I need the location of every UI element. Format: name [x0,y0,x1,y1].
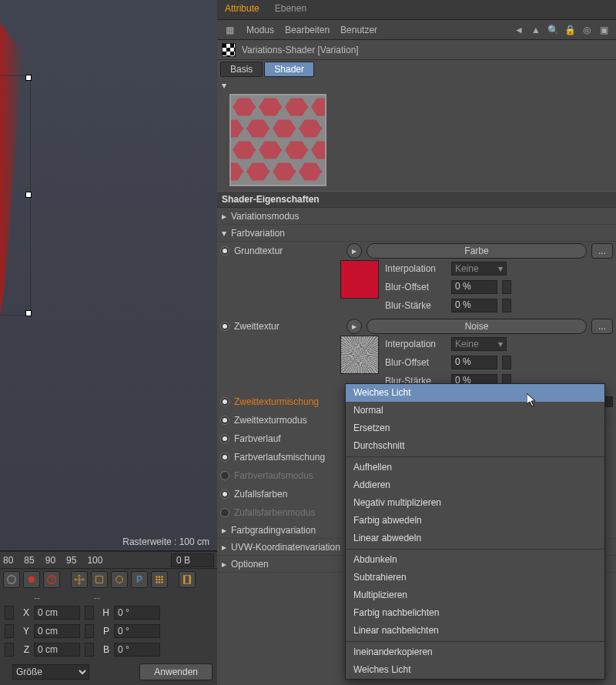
mode-radio[interactable] [220,416,229,425]
randommode-radio[interactable] [220,508,229,517]
dropdown-item[interactable]: Ineinanderkopieren [346,643,604,661]
zweittextur-value-button[interactable]: Noise [367,319,587,334]
subtab-basis[interactable]: Basis [220,62,263,77]
dropdown-item[interactable]: Farbig nachbelichten [346,604,604,622]
coord-p-label: P [99,626,109,637]
row-color-variation[interactable]: ▾Farbvariation [217,225,616,242]
coord-y-input[interactable] [34,624,80,638]
tab-attribute[interactable]: Attribute [217,0,267,19]
nav-new-icon[interactable]: ▣ [598,24,610,36]
grundtextur-more-button[interactable]: ... [591,243,613,259]
dropdown-item[interactable]: Abdunkeln [346,551,604,569]
coord-p-stepper[interactable] [85,624,94,638]
blend-mode-dropdown[interactable]: Weiches Licht Normal Ersetzen Durchschni… [345,383,605,680]
dropdown-item[interactable]: Aufhellen [346,459,604,476]
tool-globe-icon[interactable] [3,571,20,588]
mix-radio[interactable] [220,397,229,406]
coord-x-input[interactable] [34,606,80,620]
interp-label: Interpolation [385,263,447,274]
zweittextur-more-button[interactable]: ... [591,319,613,334]
subtab-shader[interactable]: Shader [264,62,314,77]
blurstr-spin[interactable] [502,299,511,312]
grundtextur-swatch[interactable] [340,260,379,299]
gradientmix-radio[interactable] [220,453,229,462]
dropdown-item[interactable]: Weiches Licht [346,661,604,679]
ruler-tick: 85 [24,555,34,566]
coord-x-stepper[interactable] [5,606,14,620]
blurstr-label: Blur-Stärke [385,300,447,311]
selection-handle[interactable] [26,311,31,316]
random-radio[interactable] [220,490,229,499]
menu-user[interactable]: Benutzer [340,25,377,35]
dropdown-item[interactable]: Addieren [346,476,604,494]
dropdown-item[interactable]: Linear abwedeln [346,530,604,547]
dropdown-item[interactable]: Subtrahieren [346,569,604,586]
selection-handle[interactable] [26,75,31,80]
coord-y-stepper[interactable] [5,624,14,638]
zweittextur-arrow-button[interactable]: ▸ [346,319,362,334]
dropdown-item[interactable]: Farbig abwedeln [346,512,604,530]
tool-help-icon[interactable]: ? [43,571,60,588]
row-variation-mode[interactable]: ▸Variationsmodus [217,208,616,225]
dropdown-item[interactable]: Normal [346,402,604,419]
tab-layers[interactable]: Ebenen [267,0,314,19]
nav-up-icon[interactable]: ▲ [530,24,542,36]
tool-record-icon[interactable] [23,571,40,588]
dropdown-item[interactable]: Linear nachbelichten [346,622,604,640]
nav-target-icon[interactable]: ◎ [581,24,593,36]
timeline-field[interactable]: 0 B [171,553,214,567]
nav-lock-icon[interactable]: 🔒 [564,24,576,36]
bluroff-input[interactable]: 0 % [451,280,497,294]
selection-handle[interactable] [26,192,31,197]
gradientmode-radio[interactable] [220,471,229,480]
grundtextur-radio[interactable] [220,246,229,256]
shader-icon [222,43,236,57]
menu-grid-icon[interactable]: ▦ [223,24,236,36]
coord-h-input[interactable] [114,606,160,620]
dropdown-item[interactable]: Multiplizieren [346,586,604,604]
3d-viewport[interactable]: Rasterweite : 100 cm [0,0,217,551]
zweittextur-radio[interactable] [220,322,229,331]
gradient-label: Farbverlauf [234,433,342,444]
tool-move-icon[interactable] [71,571,88,588]
nav-back-icon[interactable]: ◄ [513,24,525,36]
menu-mode[interactable]: Modus [246,25,274,35]
grundtextur-value-button[interactable]: Farbe [367,243,587,259]
coord-dash: -- [34,593,40,603]
coord-p-input[interactable] [114,624,160,638]
shader-preview[interactable] [229,94,326,186]
coord-b-input[interactable] [114,643,160,657]
menu-edit[interactable]: Bearbeiten [285,25,330,35]
tool-param-icon[interactable]: P [131,571,148,588]
blurstr-input[interactable]: 0 % [451,299,497,312]
bluroff2-spin[interactable] [502,356,511,369]
svg-point-10 [159,578,161,580]
coord-z-stepper[interactable] [5,643,14,657]
size-select[interactable]: Größe [12,664,89,680]
grundtextur-arrow-button[interactable]: ▸ [346,243,362,259]
tool-cube-icon[interactable] [91,571,108,588]
tool-film-icon[interactable] [179,571,196,588]
svg-rect-4 [96,576,103,583]
bluroff2-input[interactable]: 0 % [451,356,497,369]
grundtextur-label: Grundtextur [234,246,342,256]
coord-b-stepper[interactable] [85,643,94,657]
timeline-ruler[interactable]: 80 85 90 95 100 0 B [0,551,217,568]
nav-search-icon[interactable]: 🔍 [547,24,559,36]
tool-grid-icon[interactable] [151,571,168,588]
svg-point-9 [156,578,158,580]
dropdown-item[interactable]: Negativ multiplizieren [346,494,604,512]
gradient-radio[interactable] [220,434,229,443]
preview-disclosure[interactable]: ▾ [220,80,226,91]
dropdown-item[interactable]: Durchschnitt [346,437,604,455]
bluroff-spin[interactable] [502,280,511,294]
tool-rotate-icon[interactable] [111,571,128,588]
interp-select[interactable]: Keine▾ [451,262,507,276]
apply-button[interactable]: Anwenden [139,663,213,680]
interp2-select[interactable]: Keine▾ [451,337,507,351]
coord-z-input[interactable] [34,643,80,657]
dropdown-item[interactable]: Ersetzen [346,419,604,437]
coord-h-stepper[interactable] [85,606,94,620]
zweittextur-swatch[interactable] [340,336,379,374]
dropdown-selected[interactable]: Weiches Licht [346,384,604,402]
